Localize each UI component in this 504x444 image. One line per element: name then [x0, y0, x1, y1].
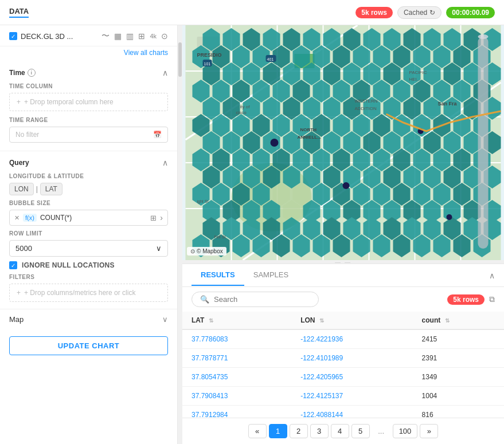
tab-results[interactable]: RESULTS	[192, 265, 244, 286]
grid-icon[interactable]: ⊞	[138, 32, 145, 41]
mapbox-logo: ⊙ © Mapbox	[187, 247, 226, 256]
page-dots: ...	[372, 425, 390, 438]
map-section-label: Map	[9, 315, 24, 324]
ignore-null-checkbox[interactable]: ✓	[9, 261, 17, 269]
calendar-icon: 📅	[153, 131, 162, 139]
main-layout: ✓ DECK.GL 3D ... 〜 ▦ ▥ ⊞ 4k ⊙ View all c…	[0, 25, 504, 444]
svg-text:cisco: cisco	[236, 110, 247, 115]
map-chevron-down[interactable]: ∨	[162, 315, 168, 324]
time-range-input[interactable]: No filter 📅	[9, 127, 168, 143]
query-section-header: Query ∧	[9, 158, 168, 167]
page-last-btn[interactable]: 100	[393, 424, 418, 438]
row-limit-select[interactable]: 5000 ∨	[9, 240, 168, 257]
time-range-label: TIME RANGE	[9, 117, 168, 123]
svg-text:ANNIELL...: ANNIELL...	[298, 135, 321, 140]
results-panel: RESULTS SAMPLES ∧ 🔍 5k rows ⧉	[182, 264, 504, 444]
pagination: « 1 2 3 4 5 ... 100 »	[182, 418, 504, 444]
page-3-btn[interactable]: 3	[310, 424, 329, 438]
metric-grid-icon[interactable]: ⊞	[150, 214, 157, 222]
map-visualization: PRESIDIO NORTH ANNIELL... ity of cisco W…	[182, 25, 504, 260]
left-panel: ✓ DECK.GL 3D ... 〜 ▦ ▥ ⊞ 4k ⊙ View all c…	[0, 25, 178, 444]
cell-count-2: 1349	[413, 368, 504, 387]
update-chart-button[interactable]: UPDATE CHART	[9, 336, 168, 355]
left-panel-scrollbar[interactable]	[178, 25, 182, 444]
svg-text:PRESIDIO: PRESIDIO	[197, 52, 222, 58]
filters-drop[interactable]: + + Drop columns/metrics here or click	[9, 284, 168, 302]
query-section: Query ∧ LONGITUDE & LATITUDE LON | LAT B…	[0, 151, 177, 309]
svg-text:ight St: ight St	[197, 199, 209, 204]
lon-lat-tags: LON | LAT	[9, 183, 168, 195]
page-5-btn[interactable]: 5	[351, 424, 370, 438]
results-table: LAT ⇅ LON ⇅ count ⇅ 37.7786083 -122.4221…	[182, 312, 504, 418]
page-2-btn[interactable]: 2	[290, 424, 308, 438]
time-collapse-icon[interactable]: ∧	[162, 68, 168, 77]
table-actions: 5k rows ⧉	[447, 294, 495, 305]
rows-badge: 5k rows	[355, 7, 393, 18]
metric-arrow-icon[interactable]: ›	[160, 213, 163, 222]
view-all-charts[interactable]: View all charts	[0, 46, 177, 61]
cached-badge: Cached ↻	[397, 6, 442, 19]
table-row: 37.7786083 -122.4221936 2415	[182, 329, 504, 349]
query-collapse-icon[interactable]: ∧	[162, 158, 168, 167]
lat-sort-icon: ⇅	[209, 317, 213, 324]
time-column-label: TIME COLUMN	[9, 83, 168, 89]
tab-data[interactable]: DATA	[9, 7, 29, 18]
svg-text:ity of: ity of	[240, 104, 251, 109]
top-bar-right: 5k rows Cached ↻ 00:00:00.09	[355, 6, 495, 19]
bar-chart-icon[interactable]: ▦	[114, 32, 122, 41]
chart-checkbox[interactable]: ✓	[9, 32, 17, 40]
page-prev-btn[interactable]: «	[248, 424, 267, 438]
tab-samples[interactable]: SAMPLES	[244, 265, 298, 286]
copy-icon[interactable]: ⧉	[489, 294, 495, 304]
metric-label: COUNT(*)	[40, 214, 147, 222]
cell-lat-3: 37.7908413	[182, 387, 291, 406]
cell-lon-1: -122.4101989	[291, 349, 412, 368]
metric-fx-badge: f(x)	[23, 214, 37, 222]
time-info-icon[interactable]: i	[28, 69, 36, 77]
svg-text:San Fra: San Fra	[438, 101, 458, 107]
time-column-drop[interactable]: + + Drop temporal column here	[9, 93, 168, 111]
page-4-btn[interactable]: 4	[331, 424, 349, 438]
cell-lon-2: -122.4205965	[291, 368, 412, 387]
count-sort-icon: ⇅	[445, 317, 450, 324]
size-icon[interactable]: 4k	[150, 33, 157, 40]
svg-point-213	[343, 182, 350, 189]
bubble-size-label: BUBBLE SIZE	[9, 200, 168, 206]
table-container: LAT ⇅ LON ⇅ count ⇅ 37.7786083 -122.4221…	[182, 312, 504, 418]
map-section-row: Map ∨	[0, 309, 177, 329]
refresh-icon[interactable]: ↻	[429, 9, 435, 17]
col-lat[interactable]: LAT ⇅	[182, 312, 291, 329]
lon-tag[interactable]: LON	[9, 183, 34, 195]
page-1-btn[interactable]: 1	[269, 424, 287, 438]
ignore-null-row: ✓ IGNORE NULL LOCATIONS	[9, 261, 168, 269]
svg-text:WESTERN: WESTERN	[355, 99, 378, 104]
col-lon[interactable]: LON ⇅	[291, 312, 412, 329]
time-badge: 00:00:00.09	[446, 7, 495, 18]
page-next-btn[interactable]: »	[420, 424, 438, 438]
row-limit-label: ROW LIMIT	[9, 230, 168, 237]
top-bar-left: DATA	[9, 7, 29, 18]
top-bar: DATA 5k rows Cached ↻ 00:00:00.09	[0, 0, 504, 25]
time-section-header: Time i ∧	[9, 68, 168, 77]
lat-tag[interactable]: LAT	[40, 183, 62, 195]
results-header: RESULTS SAMPLES ∧	[182, 264, 504, 287]
area-chart-icon[interactable]: ▥	[126, 32, 134, 41]
metric-remove-btn[interactable]: ✕	[14, 214, 19, 222]
cell-count-4: 816	[413, 406, 504, 418]
results-collapse-icon[interactable]: ∧	[489, 271, 495, 280]
cell-lat-2: 37.8054735	[182, 368, 291, 387]
col-count[interactable]: count ⇅	[413, 312, 504, 329]
chart-title-label: DECK.GL 3D ...	[21, 32, 73, 41]
search-box[interactable]: 🔍	[192, 292, 319, 307]
search-input[interactable]	[214, 295, 310, 304]
line-chart-icon[interactable]: 〜	[101, 31, 110, 41]
svg-text:HEI...: HEI...	[409, 77, 421, 82]
more-icon[interactable]: ⊙	[161, 32, 168, 41]
lon-sort-icon: ⇅	[319, 317, 324, 324]
svg-point-217	[478, 34, 489, 39]
time-section: Time i ∧ TIME COLUMN + + Drop temporal c…	[0, 61, 177, 151]
results-tabs: RESULTS SAMPLES	[192, 265, 298, 286]
cell-count-0: 2415	[413, 329, 504, 349]
filters-label: FILTERS	[9, 274, 168, 280]
scroll-thumb	[178, 42, 182, 77]
